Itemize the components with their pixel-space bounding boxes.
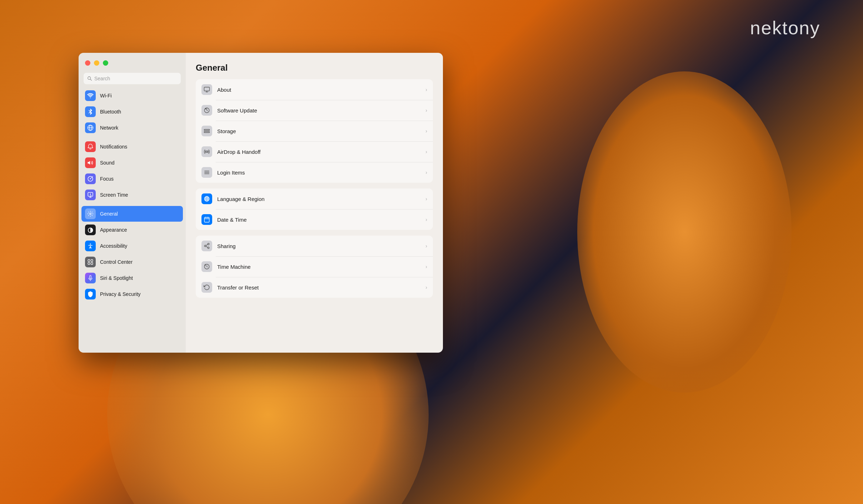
language-icon [201, 193, 212, 204]
sidebar-item-network[interactable]: Network [81, 120, 183, 136]
svg-line-36 [206, 246, 208, 247]
sidebar-item-label-siri: Siri & Spotlight [100, 275, 133, 281]
sidebar-item-label-network: Network [100, 125, 118, 131]
settings-row-label-language: Language & Region [217, 196, 420, 202]
settings-row-transfer[interactable]: Transfer or Reset › [196, 277, 433, 298]
sidebar-item-notifications[interactable]: Notifications [81, 139, 183, 155]
about-chevron: › [425, 87, 427, 92]
svg-line-2 [89, 110, 90, 112]
sidebar-item-wifi[interactable]: Wi-Fi [81, 88, 183, 104]
settings-row-storage[interactable]: Storage › [196, 121, 433, 141]
settings-row-softwareupdate[interactable]: Software Update › [196, 100, 433, 121]
nektony-logo: nektony [750, 17, 820, 39]
sidebar-item-accessibility[interactable]: Accessibility [81, 238, 183, 254]
bg-shape-2 [577, 71, 792, 393]
sidebar-item-screentime[interactable]: Screen Time [81, 187, 183, 203]
settings-row-airdrop[interactable]: AirDrop & Handoff › [196, 141, 433, 162]
focus-icon [85, 173, 96, 184]
sidebar-item-bluetooth[interactable]: Bluetooth [81, 104, 183, 120]
privacy-icon [85, 289, 96, 299]
settings-row-sharing[interactable]: Sharing › [196, 236, 433, 256]
sharing-chevron: › [425, 243, 427, 249]
maximize-button[interactable] [103, 60, 108, 66]
settings-row-datetime[interactable]: Date & Time › [196, 209, 433, 230]
sidebar-item-privacy[interactable]: Privacy & Security [81, 286, 183, 302]
sidebar-item-focus[interactable]: Focus [81, 171, 183, 187]
sound-icon [85, 157, 96, 168]
settings-row-label-storage: Storage [217, 128, 420, 134]
sidebar-item-label-sound: Sound [100, 160, 114, 166]
settings-row-label-loginitems: Login Items [217, 170, 420, 176]
sidebar-item-siri[interactable]: Siri & Spotlight [81, 270, 183, 286]
transfer-icon [201, 282, 212, 293]
svg-line-3 [89, 112, 90, 113]
datetime-icon [201, 214, 212, 225]
minimize-button[interactable] [94, 60, 99, 66]
svg-point-33 [208, 243, 209, 245]
svg-rect-12 [88, 263, 90, 264]
svg-point-9 [90, 243, 91, 245]
sharing-icon [201, 241, 212, 251]
sidebar-item-general[interactable]: General [81, 206, 183, 222]
settings-row-language[interactable]: Language & Region › [196, 188, 433, 209]
settings-row-timemachine[interactable]: Time Machine › [196, 256, 433, 277]
storage-icon [201, 126, 212, 136]
airdrop-chevron: › [425, 149, 427, 155]
svg-rect-18 [204, 130, 210, 131]
close-button[interactable] [85, 60, 90, 66]
svg-rect-19 [204, 132, 210, 133]
settings-row-about[interactable]: About › [196, 79, 433, 100]
sidebar-item-label-screentime: Screen Time [100, 192, 128, 198]
accessibility-icon [85, 241, 96, 251]
sidebar-item-label-notifications: Notifications [100, 144, 127, 150]
sidebar-item-label-general: General [100, 211, 118, 217]
timemachine-chevron: › [425, 264, 427, 269]
storage-chevron: › [425, 128, 427, 134]
loginitems-icon [201, 167, 212, 178]
settings-row-label-transfer: Transfer or Reset [217, 284, 420, 291]
sidebar: Search Wi-Fi Bluetooth [79, 53, 186, 353]
svg-rect-11 [91, 259, 93, 261]
svg-point-20 [206, 151, 208, 153]
notifications-icon [85, 141, 96, 152]
settings-row-loginitems[interactable]: Login Items › [196, 162, 433, 183]
sidebar-item-label-bluetooth: Bluetooth [100, 109, 121, 115]
svg-line-37 [206, 245, 208, 246]
search-container: Search [79, 73, 186, 88]
settings-group-3: Sharing › Time Machine › Transfer or Res… [196, 236, 433, 298]
search-placeholder: Search [94, 76, 110, 81]
main-content: General About › Software Update › [186, 53, 443, 353]
svg-point-34 [204, 245, 206, 247]
sidebar-item-label-wifi: Wi-Fi [100, 93, 112, 99]
page-title: General [196, 63, 433, 73]
settings-row-label-about: About [217, 87, 420, 93]
controlcenter-icon [85, 257, 96, 267]
sidebar-item-appearance[interactable]: ◑ Appearance [81, 222, 183, 238]
transfer-chevron: › [425, 284, 427, 290]
appearance-icon: ◑ [85, 225, 96, 235]
language-chevron: › [425, 196, 427, 202]
svg-rect-29 [204, 217, 209, 222]
wifi-icon [85, 90, 96, 101]
settings-row-label-softwareupdate: Software Update [217, 107, 420, 114]
softwareupdate-chevron: › [425, 107, 427, 113]
airdrop-icon [201, 146, 212, 157]
sidebar-item-controlcenter[interactable]: Control Center [81, 254, 183, 270]
svg-rect-10 [88, 259, 90, 261]
sidebar-item-sound[interactable]: Sound [81, 155, 183, 171]
softwareupdate-icon [201, 105, 212, 116]
svg-point-35 [208, 247, 209, 249]
sidebar-divider-1 [81, 136, 183, 139]
svg-rect-13 [91, 263, 93, 264]
timemachine-icon [201, 261, 212, 272]
search-box[interactable]: Search [84, 73, 181, 84]
sidebar-item-label-accessibility: Accessibility [100, 243, 127, 249]
datetime-chevron: › [425, 217, 427, 222]
general-icon [85, 208, 96, 219]
sidebar-divider-2 [81, 203, 183, 206]
system-preferences-window: Search Wi-Fi Bluetooth [79, 53, 443, 353]
svg-line-1 [90, 79, 92, 81]
search-icon [87, 76, 92, 81]
loginitems-chevron: › [425, 170, 427, 175]
about-icon [201, 84, 212, 95]
